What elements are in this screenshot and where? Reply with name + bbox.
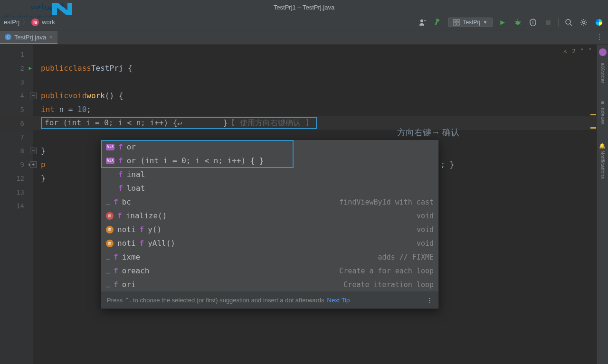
warning-marker[interactable]: [590, 114, 596, 115]
chevron-down-icon: ▼: [483, 20, 487, 25]
svg-text:▾: ▾: [424, 18, 426, 23]
svg-rect-7: [457, 23, 459, 25]
svg-rect-5: [457, 19, 459, 22]
svg-rect-6: [454, 23, 456, 25]
svg-line-10: [515, 21, 516, 22]
line-number: 3: [0, 75, 33, 89]
line-number: 13: [0, 185, 33, 199]
warning-count: 2: [572, 47, 576, 55]
editor: 1 2▶ 3 4− 5 6 7 8− 9▶+ 12 13 14 public c…: [0, 45, 608, 364]
run-gutter-icon[interactable]: ▶: [28, 65, 32, 71]
svg-point-8: [516, 21, 520, 25]
editor-tabs: C TestPrj.java × ⋮: [0, 30, 608, 45]
completion-item[interactable]: float: [101, 181, 438, 195]
inline-suggestion: for (int i = 0; i < n; i++) {↵ }【 使用方向右键…: [41, 117, 317, 129]
run-config-name: TestPrj: [463, 19, 480, 26]
user-icon[interactable]: ▾: [418, 17, 428, 28]
completion-item[interactable]: ⎵foriCreate iteration loop: [101, 278, 438, 291]
svg-text:انتخاب اول در پرداخت‌های بین ا: انتخاب اول در پرداخت‌های بین المللی: [2, 14, 52, 18]
completion-popup: AiXforAiXfor (int i = 0; i < n; i++) { }…: [101, 140, 439, 309]
tab-label: TestPrj.java: [14, 34, 46, 41]
line-number: 2▶: [0, 61, 33, 75]
right-tool-rail: aiXcoder ≡Indexes 🔔Notifications: [597, 45, 608, 364]
completion-item[interactable]: AiXfor (int i = 0; i < n; i++) { }: [101, 154, 438, 168]
close-icon[interactable]: ×: [49, 33, 53, 41]
stop-button[interactable]: ■: [543, 17, 553, 28]
svg-rect-4: [454, 19, 456, 22]
watermark-logo: اول پرداختانتخاب اول در پرداخت‌های بین ا…: [1, 1, 72, 21]
warning-icon: ⚠: [563, 47, 567, 55]
gutter: 1 2▶ 3 4− 5 6 7 8− 9▶+ 12 13 14: [0, 45, 33, 364]
menu-icon[interactable]: ⋮: [427, 297, 433, 304]
svg-point-16: [583, 21, 585, 23]
code-area[interactable]: public class TestPrj { public void work(…: [33, 45, 608, 364]
completion-item[interactable]: mfinalize()void: [101, 209, 438, 223]
completion-item[interactable]: ⎵fixmeadds // FIXME: [101, 250, 438, 264]
svg-line-15: [570, 24, 572, 26]
completion-item[interactable]: ⎵foreachCreate a for each loop: [101, 264, 438, 278]
bell-icon: 🔔: [599, 142, 606, 149]
line-number: 6: [0, 116, 33, 130]
debug-button[interactable]: [513, 17, 523, 28]
completion-item[interactable]: mnotifyAll()void: [101, 236, 438, 250]
grid-icon: [453, 19, 460, 26]
run-configuration-dropdown[interactable]: TestPrj ▼: [448, 18, 493, 27]
line-number: 12: [0, 171, 33, 185]
toolbar: ▾ TestPrj ▼ ▶ ■: [418, 17, 604, 28]
tab-menu-icon[interactable]: ⋮: [591, 29, 608, 44]
completion-item[interactable]: mnotify()void: [101, 223, 438, 236]
line-number: 14: [0, 199, 33, 213]
breadcrumb-bar: estPrj 〉 m work ▾ TestPrj ▼ ▶ ■: [0, 14, 608, 30]
rail-notifications[interactable]: 🔔Notifications: [599, 140, 606, 182]
svg-point-2: [420, 19, 423, 22]
search-icon[interactable]: [563, 17, 574, 28]
tab-testprj[interactable]: C TestPrj.java ×: [0, 31, 57, 44]
line-number: 9▶+: [0, 158, 33, 171]
coverage-button[interactable]: [528, 17, 538, 28]
warning-marker[interactable]: [590, 127, 596, 129]
run-button[interactable]: ▶: [497, 17, 508, 28]
line-number: 1: [0, 47, 33, 61]
line-number: 8−: [0, 144, 33, 158]
list-icon: ≡: [600, 101, 606, 104]
window-title: TestPrj1 – TestPrj.java: [274, 4, 334, 11]
popup-footer: Press ⌃. to choose the selected (or firs…: [101, 291, 438, 308]
completion-item[interactable]: final: [101, 168, 438, 181]
aixcoder-icon[interactable]: [599, 48, 607, 56]
separator: [558, 18, 559, 27]
jetbrains-icon[interactable]: [594, 17, 604, 28]
next-tip-link[interactable]: Next Tip: [327, 297, 350, 304]
rail-indexes[interactable]: ≡Indexes: [600, 98, 606, 127]
svg-line-11: [519, 21, 521, 22]
inspection-widget[interactable]: ⚠ 2 ˄ ˅: [563, 47, 592, 55]
completion-item[interactable]: AiXfor: [101, 140, 438, 154]
gear-icon[interactable]: [579, 17, 589, 28]
completion-item[interactable]: ⎵fbcfindViewById with cast: [101, 195, 438, 209]
chevron-down-icon[interactable]: ˅: [589, 47, 592, 55]
line-number: 7: [0, 130, 33, 144]
svg-line-12: [515, 23, 516, 24]
annotation-right-arrow: 方向右键→ 确认: [397, 127, 459, 138]
line-number: 5: [0, 103, 33, 116]
hammer-icon[interactable]: [433, 17, 443, 28]
line-number: 4−: [0, 89, 33, 103]
svg-line-13: [519, 23, 521, 24]
class-icon: C: [5, 34, 11, 40]
title-bar: TestPrj1 – TestPrj.java: [0, 0, 608, 14]
footer-hint: Press ⌃. to choose the selected (or firs…: [107, 297, 324, 304]
rail-aixcoder[interactable]: aiXcoder: [600, 60, 606, 86]
chevron-up-icon[interactable]: ˄: [580, 47, 584, 55]
svg-point-14: [566, 19, 570, 24]
